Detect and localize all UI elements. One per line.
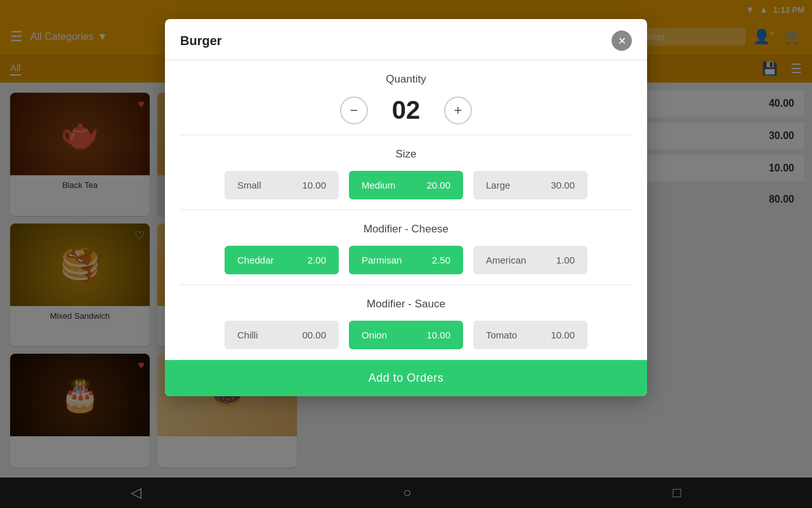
add-to-orders-button[interactable]: Add to Orders	[165, 360, 647, 396]
cheese-cheddar-button[interactable]: Cheddar 2.00	[225, 246, 339, 274]
cheese-options-row: Cheddar 2.00 Parmisan 2.50 American 1.00	[180, 246, 632, 274]
quantity-section: Quantity − 02 +	[180, 60, 632, 135]
cheese-american-button[interactable]: American 1.00	[473, 246, 587, 274]
size-small-button[interactable]: Small 10.00	[225, 171, 339, 199]
cheese-parmisan-button[interactable]: Parmisan 2.50	[349, 246, 463, 274]
size-section-title: Size	[180, 148, 632, 161]
modifier-sauce-title: Modifier - Sauce	[180, 298, 632, 311]
size-medium-button[interactable]: Medium 20.00	[349, 171, 463, 199]
quantity-value: 02	[381, 96, 431, 124]
sauce-tomato-button[interactable]: Tomato 10.00	[473, 321, 587, 349]
modal-overlay: Burger ✕ Quantity − 02 + Size Small	[0, 0, 812, 508]
increment-button[interactable]: +	[444, 97, 472, 124]
modal-body: Quantity − 02 + Size Small 10.00 Medium	[165, 60, 647, 360]
onion-price: 10.00	[426, 330, 450, 340]
size-large-label: Large	[486, 180, 510, 190]
size-options-row: Small 10.00 Medium 20.00 Large 30.00	[180, 171, 632, 199]
size-small-label: Small	[237, 180, 261, 190]
parmisan-label: Parmisan	[362, 255, 402, 265]
modifier-sauce-section: Modifier - Sauce Chilli 00.00 Onion 10.0…	[180, 285, 632, 360]
sauce-onion-button[interactable]: Onion 10.00	[349, 321, 463, 349]
american-label: American	[486, 255, 526, 265]
quantity-section-title: Quantity	[180, 73, 632, 86]
size-medium-price: 20.00	[426, 180, 450, 190]
modal-title: Burger	[180, 34, 222, 48]
sauce-options-row: Chilli 00.00 Onion 10.00 Tomato 10.00	[180, 321, 632, 349]
modifier-cheese-section: Modifier - Cheese Cheddar 2.00 Parmisan …	[180, 210, 632, 285]
chilli-label: Chilli	[237, 330, 258, 340]
tomato-price: 10.00	[551, 330, 575, 340]
parmisan-price: 2.50	[432, 255, 450, 265]
cheddar-label: Cheddar	[237, 255, 274, 265]
modal-header: Burger ✕	[165, 19, 647, 60]
sauce-chilli-button[interactable]: Chilli 00.00	[225, 321, 339, 349]
cheddar-price: 2.00	[308, 255, 326, 265]
size-medium-label: Medium	[362, 180, 395, 190]
modifier-cheese-title: Modifier - Cheese	[180, 223, 632, 236]
burger-modal: Burger ✕ Quantity − 02 + Size Small	[165, 19, 647, 396]
modal-close-button[interactable]: ✕	[612, 30, 632, 51]
american-price: 1.00	[556, 255, 575, 265]
quantity-control: − 02 +	[180, 96, 632, 124]
tomato-label: Tomato	[486, 330, 517, 340]
decrement-button[interactable]: −	[340, 97, 368, 124]
chilli-price: 00.00	[302, 330, 326, 340]
size-section: Size Small 10.00 Medium 20.00 Large 30.0…	[180, 135, 632, 210]
onion-label: Onion	[362, 330, 387, 340]
size-large-price: 30.00	[551, 180, 575, 190]
size-small-price: 10.00	[302, 180, 326, 190]
size-large-button[interactable]: Large 30.00	[473, 171, 587, 199]
